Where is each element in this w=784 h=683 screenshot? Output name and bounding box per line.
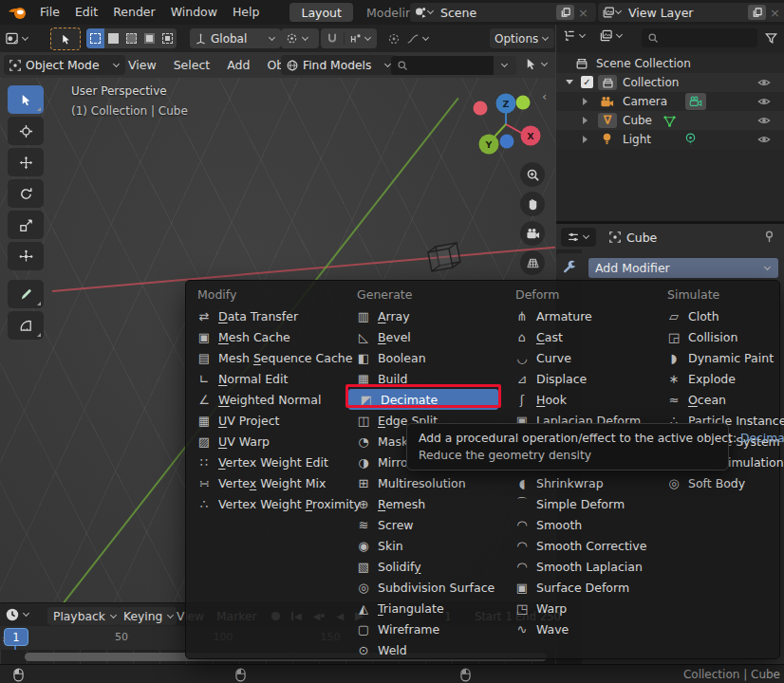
new-scene-button[interactable] — [556, 5, 574, 20]
scene-name[interactable]: Scene — [435, 6, 553, 20]
workspace-tab-layout[interactable]: Layout — [289, 3, 353, 22]
cube-object[interactable] — [424, 239, 466, 281]
menu-item-vertex-weight-edit[interactable]: ∷Vertex Weight Edit — [186, 452, 340, 472]
timeline-editor-type-button[interactable] — [5, 607, 30, 622]
viewport-menu-select[interactable]: Select — [165, 52, 219, 78]
collection-checkbox[interactable] — [581, 76, 593, 88]
outliner-row-cube[interactable]: ∇ Cube — [556, 111, 784, 130]
active-tool-button[interactable] — [50, 28, 81, 50]
menu-item-vertex-weight-mix[interactable]: ∺Vertex Weight Mix — [186, 472, 340, 493]
keying-dropdown[interactable]: Keying — [118, 607, 177, 625]
menu-item-subdivision-surface[interactable]: ◎Subdivision Surface — [345, 577, 498, 598]
eye-icon[interactable] — [757, 76, 771, 89]
menu-item-boolean[interactable]: ◧Boolean — [345, 347, 498, 368]
editor-type-button[interactable] — [5, 28, 29, 48]
outliner-row-camera[interactable]: Camera — [556, 92, 784, 111]
menu-file[interactable]: File — [32, 0, 67, 25]
outliner-search-input[interactable] — [642, 28, 757, 47]
menu-item-mesh-sequence-cache[interactable]: ▤Mesh Sequence Cache — [186, 347, 340, 368]
select-mode-set-button[interactable] — [86, 28, 104, 48]
tool-cursor-button[interactable] — [8, 117, 44, 145]
menu-item-vertex-weight-proximity[interactable]: ∴Vertex Weight Proximity — [186, 493, 340, 514]
select-mode-invert-button[interactable] — [140, 28, 159, 48]
menu-item-array[interactable]: ▥Array — [345, 305, 498, 326]
new-view-layer-button[interactable] — [748, 5, 766, 20]
tool-measure-button[interactable] — [8, 311, 44, 340]
menu-item-normal-edit[interactable]: ∟Normal Edit — [186, 368, 340, 389]
zoom-button[interactable] — [520, 162, 545, 187]
pan-button[interactable] — [520, 192, 545, 216]
axis-neg-y-ball[interactable] — [516, 96, 531, 110]
menu-item-cloth[interactable]: ▱Cloth — [656, 305, 774, 326]
outliner-row-light[interactable]: Light — [556, 130, 784, 149]
menu-item-smooth-laplacian[interactable]: ◠Smooth Laplacian — [504, 556, 650, 577]
axis-neg-x-ball[interactable] — [474, 102, 488, 116]
menu-item-curve[interactable]: ◡Curve — [504, 347, 650, 368]
outliner-row-collection[interactable]: Collection — [556, 73, 784, 92]
find-models-dropdown[interactable]: Find Models — [281, 55, 397, 75]
menu-item-smooth[interactable]: ◠Smooth — [504, 514, 650, 535]
camera-view-button[interactable] — [520, 221, 545, 246]
pin-icon[interactable] — [762, 230, 776, 244]
menu-item-decimate[interactable]: ◩Decimate — [348, 389, 498, 410]
snap-settings-dropdown[interactable] — [344, 32, 377, 45]
menu-item-uv-project[interactable]: ▦UV Project — [186, 410, 340, 431]
tool-annotate-button[interactable] — [8, 280, 44, 308]
close-scene-icon[interactable]: × — [574, 6, 592, 20]
tool-move-button[interactable] — [8, 148, 44, 176]
menu-item-wave[interactable]: ∿Wave — [504, 618, 650, 639]
eye-icon[interactable] — [757, 114, 771, 127]
tool-scale-button[interactable] — [8, 211, 44, 239]
menu-edit[interactable]: Edit — [67, 0, 105, 25]
snap-toggle-button[interactable] — [321, 32, 344, 46]
selectability-visibility-dropdown[interactable] — [524, 57, 549, 71]
playback-dropdown[interactable]: Playback — [47, 607, 120, 625]
menu-window[interactable]: Window — [163, 0, 225, 25]
remove-view-layer-icon[interactable]: × — [766, 6, 784, 20]
menu-item-screw[interactable]: ≋Screw — [345, 514, 498, 535]
current-frame-badge[interactable]: 1 — [4, 628, 28, 646]
menu-item-hook[interactable]: ʃHook — [504, 389, 650, 410]
outliner-row-scene-collection[interactable]: Scene Collection — [556, 54, 784, 73]
pivot-point-dropdown[interactable] — [281, 28, 319, 48]
menu-item-collision[interactable]: ◲Collision — [656, 326, 774, 347]
menu-item-solidify[interactable]: ▧Solidify — [345, 556, 498, 577]
properties-editor-type-button[interactable] — [561, 228, 596, 247]
menu-item-triangulate[interactable]: ◭Triangulate — [345, 598, 498, 618]
select-mode-extend-button[interactable] — [104, 28, 122, 48]
options-dropdown[interactable]: Options — [490, 28, 554, 48]
menu-item-data-transfer[interactable]: ⇄Data Transfer — [186, 305, 340, 326]
expand-triangle-icon[interactable] — [566, 80, 573, 84]
navigation-gizmo[interactable]: Z X Y — [467, 88, 547, 158]
menu-item-multiresolution[interactable]: ⊞Multiresolution — [345, 472, 498, 493]
menu-item-weld[interactable]: ⊙Weld — [345, 639, 498, 660]
menu-item-bevel[interactable]: ◺Bevel — [345, 326, 498, 347]
filter-funnel-icon[interactable] — [764, 31, 778, 46]
menu-item-simple-deform[interactable]: ⌒Simple Deform — [504, 493, 650, 514]
tool-transform-button[interactable] — [8, 242, 44, 270]
outliner-display-mode-dropdown[interactable] — [599, 28, 624, 43]
transform-orientation-dropdown[interactable]: Global — [190, 28, 281, 48]
menu-item-build[interactable]: ▦Build — [345, 368, 498, 389]
proportional-editing-icon[interactable] — [387, 32, 401, 46]
menu-render[interactable]: Render — [105, 0, 163, 25]
mode-dropdown[interactable]: Object Mode — [4, 55, 125, 75]
viewport-menu-view[interactable]: View — [120, 52, 165, 78]
menu-help[interactable]: Help — [225, 0, 268, 25]
menu-item-weighted-normal[interactable]: ∠Weighted Normal — [186, 389, 340, 410]
tool-select-box-button[interactable] — [8, 85, 44, 114]
view-layer-selector[interactable]: View Layer × — [598, 3, 784, 22]
axis-neg-z-ball[interactable] — [500, 135, 514, 149]
eye-icon[interactable] — [757, 95, 771, 108]
menu-item-displace[interactable]: ⊿Displace — [504, 368, 650, 389]
search-expand-button[interactable] — [494, 56, 516, 75]
view-layer-name[interactable]: View Layer — [623, 6, 745, 20]
outliner-editor-type-button[interactable] — [562, 28, 587, 43]
select-mode-intersect-button[interactable] — [159, 28, 177, 48]
menu-item-skin[interactable]: ◉Skin — [345, 535, 498, 556]
eye-icon[interactable] — [757, 133, 771, 146]
menu-item-dynamic-paint[interactable]: ◗Dynamic Paint — [656, 347, 774, 368]
falloff-dropdown[interactable] — [406, 32, 430, 46]
expand-triangle-icon[interactable] — [583, 136, 588, 143]
expand-triangle-icon[interactable] — [583, 117, 588, 124]
